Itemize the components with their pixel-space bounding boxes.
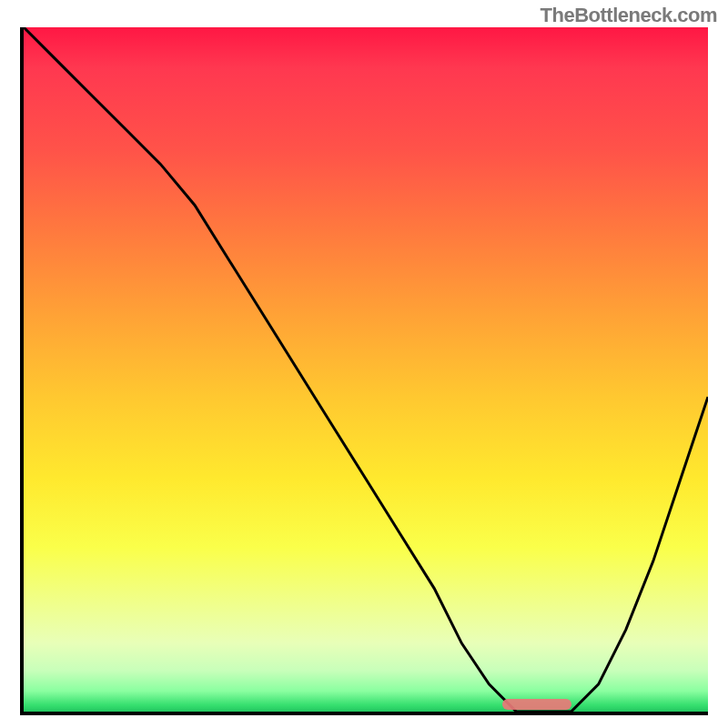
- chart-gradient-background: [24, 27, 708, 712]
- watermark-text: TheBottleneck.com: [541, 4, 717, 27]
- optimal-range-marker: [502, 699, 571, 710]
- chart-plot-area: [20, 27, 708, 715]
